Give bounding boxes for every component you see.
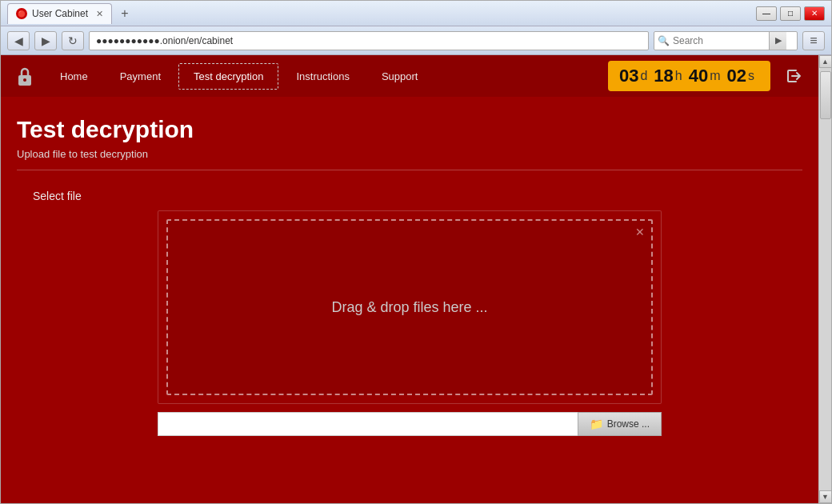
browser-tab[interactable]: 🔴 User Cabinet ✕ [7,3,112,24]
countdown-minutes-num: 40 [689,66,708,86]
countdown-minutes-unit: m [710,69,720,83]
page-body: Test decryption Upload file to test decr… [1,97,818,455]
close-button[interactable]: ✕ [804,6,825,21]
nav-bar: ◀ ▶ ↻ ●●●●●●●●●●●.onion/en/cabinet 🔍 ▶ ≡ [1,26,831,55]
countdown-days-num: 03 [619,66,638,86]
tab-close-icon[interactable]: ✕ [96,9,103,19]
tab-bar: 🔴 User Cabinet ✕ + [7,3,756,24]
drop-zone-close-icon[interactable]: ✕ [635,226,645,238]
new-tab-button[interactable]: + [115,4,134,23]
nav-item-payment[interactable]: Payment [106,64,175,89]
tab-favicon: 🔴 [16,8,27,19]
minimize-button[interactable]: — [756,6,777,21]
app-nav: Home Payment Test decryption Instruction… [1,55,818,97]
maximize-button[interactable]: □ [780,6,801,21]
file-path-input[interactable] [158,412,578,436]
tab-title: User Cabinet [32,8,88,19]
page-title: Test decryption [17,116,802,143]
scrollbar-down-button[interactable]: ▼ [819,490,832,503]
scrollbar-thumb[interactable] [820,71,831,119]
drop-zone-text: Drag & drop files here ... [331,299,487,316]
browser-window: 🔴 User Cabinet ✕ + — □ ✕ ◀ ▶ ↻ ●●●●●●●●●… [0,0,832,504]
forward-button[interactable]: ▶ [34,31,57,50]
logout-button[interactable] [780,62,809,90]
drop-zone-container: ✕ Drag & drop files here ... [158,210,662,404]
divider [17,170,802,170]
lock-icon [10,62,39,90]
scrollbar-track[interactable] [819,68,832,490]
select-file-label: Select file [33,190,786,202]
address-text: ●●●●●●●●●●●.onion/en/cabinet [96,35,233,46]
nav-item-test-decryption[interactable]: Test decryption [178,63,278,90]
nav-item-home[interactable]: Home [46,64,102,89]
search-box[interactable]: 🔍 ▶ [654,31,798,50]
window-controls: — □ ✕ [756,6,825,21]
nav-item-instructions[interactable]: Instructions [282,64,363,89]
nav-item-support[interactable]: Support [367,64,433,89]
page-subtitle: Upload file to test decryption [17,148,802,160]
browse-label: Browse ... [607,418,650,430]
countdown-timer: 03 d 18 h 40 m 02 s [608,61,770,91]
search-go-button[interactable]: ▶ [769,32,786,50]
countdown-hours-num: 18 [654,66,673,86]
back-button[interactable]: ◀ [7,31,30,50]
scrollbar-up-button[interactable]: ▲ [819,55,832,68]
svg-point-1 [23,78,26,82]
search-icon: 🔍 [654,35,673,46]
countdown-days-unit: d [640,69,647,83]
address-bar[interactable]: ●●●●●●●●●●●.onion/en/cabinet [89,31,649,50]
browse-folder-icon: 📁 [590,418,603,430]
search-input[interactable] [673,35,769,46]
page-area: Home Payment Test decryption Instruction… [1,55,831,503]
countdown-seconds-unit: s [748,69,754,83]
browse-button[interactable]: 📁 Browse ... [578,412,662,436]
scrollbar[interactable]: ▲ ▼ [818,55,831,503]
page-content: Home Payment Test decryption Instruction… [1,55,818,503]
upload-section: Select file ✕ Drag & drop files here ...… [17,190,802,436]
refresh-button[interactable]: ↻ [62,31,84,50]
countdown-hours-unit: h [675,69,682,83]
menu-button[interactable]: ≡ [802,31,825,50]
drop-zone[interactable]: ✕ Drag & drop files here ... [166,219,653,395]
title-bar: 🔴 User Cabinet ✕ + — □ ✕ [1,1,831,26]
file-input-row: 📁 Browse ... [158,412,662,436]
countdown-seconds-num: 02 [727,66,746,86]
